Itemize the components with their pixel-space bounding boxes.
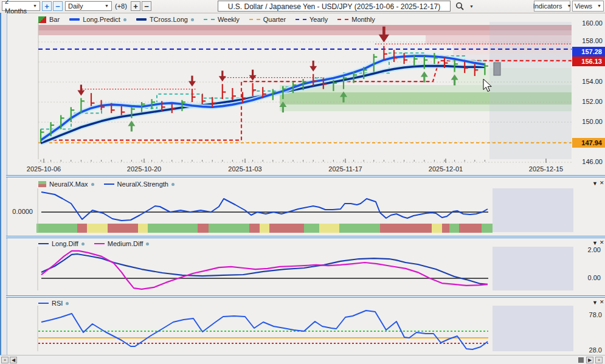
- extra-bars-label: (+8): [115, 2, 127, 10]
- neuralx-max-strip: [442, 224, 449, 233]
- price-zone: [453, 68, 572, 85]
- legend-label: Bar: [49, 16, 60, 23]
- legend-item-quarter[interactable]: Quarter: [249, 16, 286, 23]
- neuralx-max-strip: [36, 224, 77, 233]
- legend-item-long-diff[interactable]: Long.Diff: [38, 240, 85, 247]
- neuralx-max-strip: [449, 224, 459, 233]
- panel-collapse-icon[interactable]: ▼: [592, 240, 598, 246]
- legend-item-medium-diff[interactable]: Medium.Diff: [94, 240, 149, 247]
- rsi-line: [41, 311, 488, 349]
- line-swatch-icon: [38, 303, 49, 304]
- range-decrease-button[interactable]: −: [53, 1, 63, 11]
- main-chart-legend: Bar Long.Predict TCross.Long Weekly Quar…: [38, 16, 375, 23]
- horizontal-scrollbar[interactable]: + ◀ ▶ +: [0, 355, 605, 364]
- long-predict-line: [41, 56, 485, 140]
- panel-separator[interactable]: [6, 236, 605, 238]
- panel-separator[interactable]: [6, 175, 605, 177]
- legend-item-rsi[interactable]: RSI: [38, 300, 69, 307]
- panel-separator[interactable]: [6, 295, 605, 298]
- neuralx-max-strip: [319, 224, 339, 233]
- price-tick: 150.00: [572, 118, 603, 125]
- price-zone: [280, 85, 572, 111]
- down-arrow-icon: [80, 84, 82, 91]
- legend-item-neuralx-max[interactable]: NeuralX.Max: [38, 180, 94, 188]
- legend-label: Monthly: [351, 16, 375, 23]
- legend-item-bar[interactable]: Bar: [38, 16, 60, 23]
- neuralx-max-strip: [459, 224, 482, 233]
- bars-add-button[interactable]: +: [131, 1, 140, 11]
- price-zone: [38, 30, 572, 35]
- neuralx-max-strip: [432, 224, 442, 233]
- legend-item-weekly[interactable]: Weekly: [204, 16, 240, 23]
- info-dot-icon: [81, 242, 85, 246]
- legend-item-tcross-long[interactable]: TCross.Long: [136, 16, 194, 23]
- range-select[interactable]: 2 Months ▼: [2, 1, 40, 11]
- views-label: Views: [575, 1, 592, 11]
- panel-close-icon[interactable]: ✕: [600, 239, 604, 246]
- neuralx-legend: NeuralX.Max NeuralX.Strength: [38, 180, 175, 188]
- price-zone: [453, 54, 572, 61]
- search-icon[interactable]: [455, 2, 465, 13]
- panel-close-icon[interactable]: ✕: [600, 180, 604, 186]
- dash-swatch-icon: [337, 19, 348, 20]
- chevron-down-icon: ▼: [597, 1, 601, 11]
- legend-item-neuralx-strength[interactable]: NeuralX.Strength: [104, 180, 175, 188]
- scroll-add-right-button[interactable]: +: [595, 357, 603, 363]
- future-zone: [493, 247, 573, 290]
- down-arrow-icon: [249, 75, 257, 81]
- search-caret-icon[interactable]: ▼: [469, 4, 474, 9]
- diff-legend: Long.Diff Medium.Diff: [38, 240, 149, 247]
- legend-item-long-predict[interactable]: Long.Predict: [69, 16, 126, 23]
- neuralx-max-strip: [260, 224, 269, 233]
- symbol-title-box[interactable]: U.S. Dollar / Japanese Yen - USD/JPY (20…: [218, 1, 451, 12]
- legend-label: Long.Predict: [83, 16, 120, 23]
- panel-collapse-icon[interactable]: ▼: [592, 180, 598, 187]
- zero-value-label: 0.0000: [7, 208, 33, 215]
- up-arrow-icon: [340, 92, 347, 97]
- legend-item-monthly[interactable]: Monthly: [337, 16, 375, 23]
- down-arrow-icon: [382, 27, 385, 36]
- up-arrow-icon: [279, 101, 286, 107]
- price-zone: [280, 92, 572, 105]
- chevron-down-icon: ▼: [567, 1, 571, 11]
- medium-diff-line: [41, 251, 488, 289]
- price-tick: 146.00: [572, 158, 603, 165]
- range-increase-button[interactable]: +: [42, 1, 52, 11]
- views-button[interactable]: Views ▼: [572, 1, 604, 12]
- down-arrow-icon: [191, 76, 193, 82]
- date-label: 2025-11-17: [328, 165, 362, 173]
- left-splitter[interactable]: [0, 13, 7, 364]
- legend-label: Quarter: [263, 16, 286, 23]
- yearly-price-badge: 157.28: [572, 47, 605, 57]
- weekly-line: [41, 53, 485, 129]
- neuralx-max-strip: [482, 224, 493, 233]
- future-zone: [493, 306, 573, 351]
- price-zone: [38, 25, 572, 30]
- panel-collapse-icon[interactable]: ▼: [592, 300, 598, 306]
- price-tick: 158.00: [572, 37, 603, 44]
- monthly-line: [41, 61, 572, 140]
- neuralx-max-strip: [138, 224, 148, 233]
- date-label: 2025-12-01: [429, 165, 463, 173]
- axis-label: 28.0: [581, 346, 602, 354]
- panel-close-icon[interactable]: ✕: [600, 299, 604, 305]
- date-label: 2025-12-15: [529, 165, 563, 173]
- info-dot-icon: [91, 183, 94, 186]
- long-predict-line-halo: [41, 56, 485, 140]
- legend-item-yearly[interactable]: Yearly: [296, 16, 328, 23]
- scrollbar-thumb[interactable]: [578, 357, 584, 363]
- scroll-right-button[interactable]: ▶: [586, 357, 593, 363]
- neuralx-max-strip: [249, 224, 260, 233]
- future-drag-handle[interactable]: [494, 63, 500, 75]
- interval-select[interactable]: Daily ▼: [65, 1, 112, 11]
- bars-remove-button[interactable]: −: [142, 1, 151, 11]
- scroll-add-button[interactable]: +: [1, 357, 9, 363]
- down-arrow-icon: [252, 70, 254, 76]
- indicators-button[interactable]: Indicators ▼: [534, 1, 570, 12]
- interval-value: Daily: [68, 1, 83, 11]
- axis-label: 0.00: [581, 274, 601, 281]
- up-arrow-icon: [131, 125, 133, 131]
- indicators-label: Indicators: [533, 1, 562, 11]
- scroll-left-button[interactable]: ◀: [10, 357, 17, 363]
- down-arrow-icon: [188, 81, 196, 87]
